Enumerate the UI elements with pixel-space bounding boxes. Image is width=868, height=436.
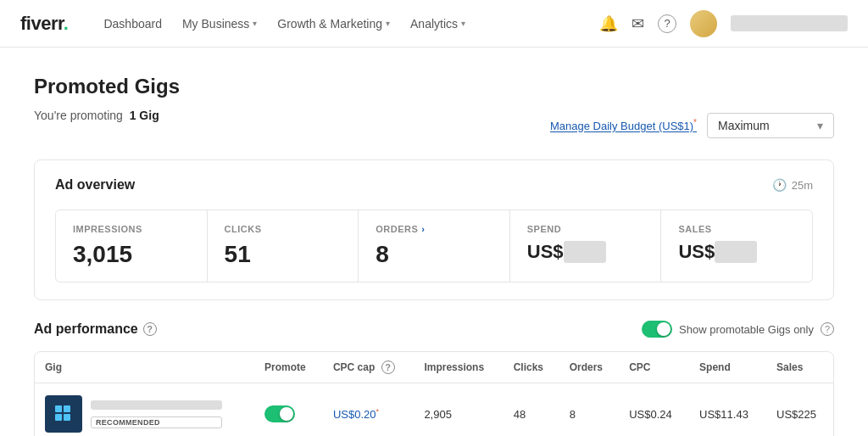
performance-table: Gig Promote CPC cap ? Impressions Clicks… <box>35 352 833 436</box>
username: username <box>731 15 848 31</box>
impressions-value: 3,015 <box>73 241 190 268</box>
table-body: RECOMMENDED US$0.20* 2,905 <box>35 383 833 437</box>
col-promote: Promote <box>254 352 323 383</box>
svg-rect-2 <box>55 414 62 421</box>
col-cpc-cap: CPC cap ? <box>323 352 415 383</box>
show-promotable-toggle[interactable] <box>642 321 672 338</box>
stat-sales: SALES US$ <box>661 210 812 282</box>
gig-title-1 <box>91 400 222 410</box>
logo-text: fiverr <box>20 13 64 34</box>
subtitle: You're promoting 1 Gig <box>34 109 159 122</box>
perf-header: Ad performance ? Show promotable Gigs on… <box>34 321 834 338</box>
budget-controls: Manage Daily Budget (US$1)* Maximum ▾ <box>550 113 834 138</box>
help-icon[interactable]: ? <box>658 14 676 33</box>
clock-icon: 🕐 <box>772 178 787 192</box>
col-orders: Orders <box>559 352 619 383</box>
svg-rect-1 <box>64 405 70 412</box>
col-spend: Spend <box>689 352 766 383</box>
orders-cell-1: 8 <box>559 383 619 437</box>
nav-right: 🔔 ✉ ? username <box>599 10 848 37</box>
toggle-row: Show promotable Gigs only ? <box>642 321 834 338</box>
gig-thumbnail-1 <box>45 395 82 433</box>
svg-rect-3 <box>64 414 70 421</box>
col-clicks: Clicks <box>504 352 559 383</box>
nav-growth-marketing[interactable]: Growth & Marketing ▾ <box>269 12 398 36</box>
orders-value: 8 <box>376 241 492 268</box>
cpc-val-cell-1: US$0.24 <box>619 383 689 437</box>
recommended-badge-1: RECOMMENDED <box>91 416 222 428</box>
col-sales: Sales <box>766 352 833 383</box>
nav-dashboard[interactable]: Dashboard <box>95 12 170 36</box>
budget-dropdown[interactable]: Maximum ▾ <box>707 113 834 138</box>
chevron-down-icon: ▾ <box>461 19 465 28</box>
stat-clicks: CLICKS 51 <box>208 210 359 282</box>
table-row: RECOMMENDED US$0.20* 2,905 <box>35 383 833 437</box>
main-content: Promoted Gigs You're promoting 1 Gig Man… <box>0 48 868 436</box>
nav-my-business[interactable]: My Business ▾ <box>174 12 265 36</box>
ad-overview-card: Ad overview 🕐 25m IMPRESSIONS 3,015 CLIC… <box>34 159 834 300</box>
clicks-cell-1: 48 <box>504 383 559 437</box>
promotable-help-icon[interactable]: ? <box>821 322 834 336</box>
performance-table-container: Gig Promote CPC cap ? Impressions Clicks… <box>34 351 834 436</box>
logo[interactable]: fiverr. <box>20 13 68 35</box>
gig-thumb-icon-1 <box>52 402 75 426</box>
stat-spend: SPEND US$ <box>510 210 662 282</box>
promote-toggle-cell-1[interactable] <box>254 383 323 437</box>
ad-performance-section: Ad performance ? Show promotable Gigs on… <box>34 321 834 436</box>
ad-overview-title: Ad overview <box>55 177 135 193</box>
col-gig: Gig <box>35 352 254 383</box>
perf-title: Ad performance ? <box>34 321 157 337</box>
nav-links: Dashboard My Business ▾ Growth & Marketi… <box>95 12 599 36</box>
navbar: fiverr. Dashboard My Business ▾ Growth &… <box>0 0 868 48</box>
stats-row: IMPRESSIONS 3,015 CLICKS 51 ORDERS › 8 S… <box>55 210 813 282</box>
orders-link[interactable]: › <box>421 224 425 234</box>
spend-value: US$ <box>527 241 644 263</box>
stat-impressions: IMPRESSIONS 3,015 <box>56 210 208 282</box>
avatar[interactable] <box>690 10 717 37</box>
mail-icon[interactable]: ✉ <box>632 14 644 33</box>
cpc-cap-link-1[interactable]: US$0.20* <box>333 408 379 421</box>
card-header: Ad overview 🕐 25m <box>55 177 813 193</box>
col-impressions: Impressions <box>414 352 503 383</box>
page-title: Promoted Gigs <box>34 75 834 98</box>
table-header: Gig Promote CPC cap ? Impressions Clicks… <box>35 352 833 383</box>
nav-analytics[interactable]: Analytics ▾ <box>402 12 474 36</box>
stat-orders: ORDERS › 8 <box>359 210 510 282</box>
svg-rect-0 <box>55 405 62 412</box>
clicks-value: 51 <box>225 241 342 268</box>
sales-cell-1: US$225 <box>766 383 833 437</box>
promote-toggle-1[interactable] <box>264 405 295 422</box>
bell-icon[interactable]: 🔔 <box>599 14 618 33</box>
chevron-down-icon: ▾ <box>386 19 390 28</box>
help-icon[interactable]: ? <box>143 322 157 336</box>
manage-budget-link[interactable]: Manage Daily Budget (US$1)* <box>550 118 697 132</box>
spend-cell-1: US$11.43 <box>689 383 766 437</box>
sales-value: US$ <box>678 241 795 263</box>
cpc-cap-cell-1: US$0.20* <box>323 383 415 437</box>
impressions-cell-1: 2,905 <box>414 383 503 437</box>
gig-cell-1: RECOMMENDED <box>35 383 254 437</box>
chevron-down-icon: ▾ <box>253 19 257 28</box>
time-badge: 🕐 25m <box>772 178 813 192</box>
cpc-cap-help-icon[interactable]: ? <box>381 361 395 374</box>
col-cpc: CPC <box>619 352 689 383</box>
chevron-down-icon: ▾ <box>817 119 823 132</box>
